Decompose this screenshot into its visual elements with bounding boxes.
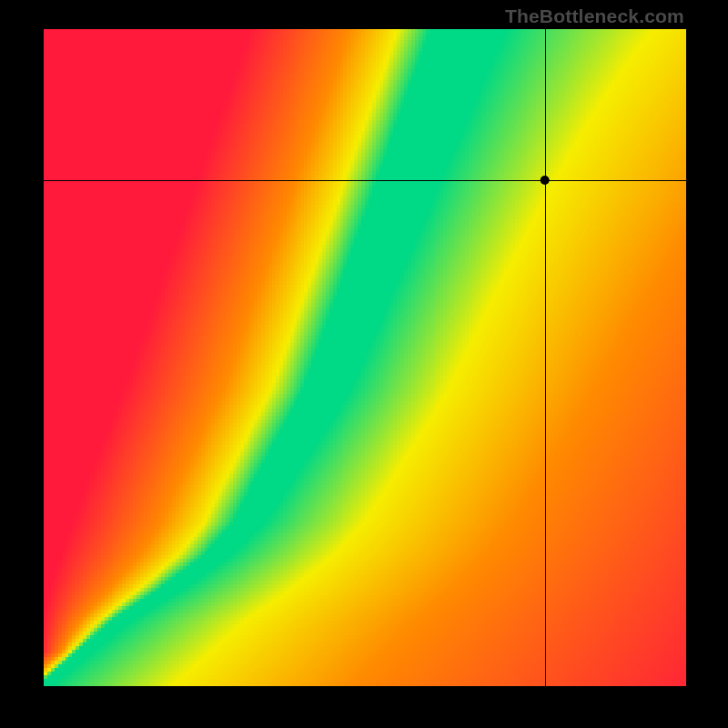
watermark-text: TheBottleneck.com: [505, 5, 684, 27]
heatmap-plot: [44, 29, 686, 686]
heatmap-canvas: [44, 29, 686, 686]
chart-frame: TheBottleneck.com: [0, 0, 728, 728]
